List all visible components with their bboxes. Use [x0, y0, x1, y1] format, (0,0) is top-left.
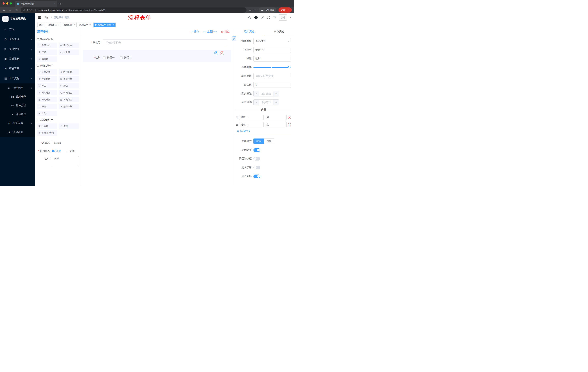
default-value-input[interactable]: [253, 82, 291, 88]
tag-close-icon[interactable]: ×: [113, 23, 114, 26]
avatar[interactable]: [279, 14, 287, 21]
minus-button[interactable]: −: [254, 100, 259, 105]
sidebar-item-payment[interactable]: ¥ 支付管理 ∨: [0, 44, 35, 54]
drag-handle-icon[interactable]: ≣: [236, 123, 238, 126]
sidebar-item-system[interactable]: ⚙ 系统管理 ∨: [0, 34, 35, 44]
avatar-caret-icon[interactable]: ▾: [290, 16, 291, 19]
sidebar-item-process-model[interactable]: ➤ 流程模型: [0, 110, 35, 119]
max-stepper-input[interactable]: [259, 100, 273, 105]
drag-handle-icon[interactable]: ≣: [236, 116, 238, 119]
component-type-select[interactable]: 多选框组 ▾: [253, 38, 291, 44]
status-radio-off[interactable]: 关闭: [66, 149, 74, 153]
browser-menu-icon[interactable]: ⋮: [287, 9, 290, 11]
sidebar-item-process-mgmt[interactable]: ≡ 流程管理 ∧: [0, 83, 35, 93]
palette-item-select[interactable]: ◎下拉选择: [37, 69, 57, 74]
sidebar-item-process-form[interactable]: ▤ 流程表单: [0, 93, 35, 101]
tag-process-definition[interactable]: 流程定义 ×: [46, 22, 61, 27]
browser-tab[interactable]: 芋道管理系统 ×: [15, 1, 57, 7]
plus-button[interactable]: +: [273, 91, 279, 96]
option-2-value-input[interactable]: [265, 122, 286, 128]
show-label-toggle[interactable]: [253, 148, 260, 152]
palette-item-time-picker[interactable]: ◷时间选择: [37, 90, 57, 95]
tag-process-form[interactable]: 流程表单 ×: [78, 22, 92, 27]
sidebar-collapse-icon[interactable]: [38, 16, 42, 19]
fullscreen-icon[interactable]: [267, 16, 270, 19]
tab-close-icon[interactable]: ×: [54, 2, 55, 5]
grid-slider[interactable]: [253, 67, 289, 68]
help-icon[interactable]: ?: [261, 16, 264, 19]
palette-item-single-line-text[interactable]: ▭单行文本: [37, 43, 57, 48]
form-remark-textarea[interactable]: 嘿嘿: [52, 156, 79, 166]
tag-home[interactable]: 首页: [37, 22, 45, 27]
style-button-button[interactable]: 按钮: [264, 138, 274, 144]
tab-form-props[interactable]: 表单属性: [264, 28, 294, 35]
palette-item-time-range[interactable]: ◶时间范围: [59, 90, 79, 95]
selected-field-gender[interactable]: *性别 选项一 选项二: [83, 50, 231, 62]
font-size-icon[interactable]: TT: [273, 16, 276, 19]
tag-close-icon[interactable]: ×: [89, 23, 91, 26]
palette-item-slider[interactable]: ⊷滑块: [59, 83, 79, 88]
palette-item-radio-group[interactable]: ◉单选框组: [37, 76, 57, 82]
window-minimize-button[interactable]: [6, 2, 8, 5]
palette-item-password[interactable]: ✲密码: [37, 50, 57, 55]
new-tab-button[interactable]: +: [59, 2, 61, 6]
plus-button[interactable]: +: [273, 100, 279, 105]
palette-item-upload[interactable]: ☁上传: [37, 111, 57, 116]
tag-process-form-edit[interactable]: 流程表单-编辑 ×: [94, 22, 116, 27]
remove-option-button[interactable]: −: [288, 116, 291, 119]
sidebar-item-user-groups[interactable]: ◎ 用户分组: [0, 101, 35, 110]
option-1-label-input[interactable]: [239, 115, 264, 120]
tab-component-props[interactable]: 组件属性: [234, 28, 264, 35]
palette-item-checkbox-group[interactable]: ☑多选框组: [59, 76, 79, 82]
palette-item-table[interactable]: ▦表格[开发中]: [37, 130, 57, 136]
palette-item-button[interactable]: ☝按钮: [59, 123, 79, 129]
title-input[interactable]: [253, 56, 291, 62]
required-toggle[interactable]: [253, 175, 260, 178]
palette-item-row-container[interactable]: ▣行容器: [37, 123, 57, 129]
password-key-icon[interactable]: [249, 9, 252, 12]
border-toggle[interactable]: [253, 157, 260, 160]
slider-handle[interactable]: [288, 66, 291, 68]
tag-process-model[interactable]: 流程模型 ×: [62, 22, 77, 27]
option-2-label-input[interactable]: [239, 122, 264, 128]
palette-item-textarea[interactable]: ▤多行文本: [59, 43, 79, 48]
field-name-input[interactable]: [253, 47, 291, 53]
copy-field-button[interactable]: [214, 51, 218, 55]
sidebar-item-workflow[interactable]: ◫ 工作流程 ∧: [0, 74, 35, 83]
github-icon[interactable]: [254, 16, 258, 19]
address-bar[interactable]: ⚠ 不安全 | dashboard.yudao.iocoder.cn /bpm/…: [21, 8, 247, 12]
palette-item-editor[interactable]: ✎编辑器: [37, 56, 57, 62]
search-icon[interactable]: [248, 16, 251, 19]
save-button[interactable]: ✓ 保存: [191, 30, 199, 33]
breadcrumb-home[interactable]: 首页: [44, 16, 50, 19]
clear-button[interactable]: 清空: [221, 30, 230, 33]
palette-item-cascader[interactable]: ⋔级联选择: [59, 69, 79, 74]
window-zoom-button[interactable]: [10, 2, 12, 5]
update-button[interactable]: 更新 ⋮: [279, 8, 292, 12]
view-json-button[interactable]: 查看json: [203, 30, 217, 33]
checkbox-option-1[interactable]: 选项一: [103, 56, 115, 59]
bookmark-star-icon[interactable]: ☆: [254, 8, 257, 12]
label-width-input[interactable]: [253, 73, 291, 79]
add-option-button[interactable]: ⊕ 添加选项: [237, 129, 291, 132]
phone-input[interactable]: [103, 39, 227, 46]
palette-item-date-range[interactable]: ▧日期范围: [59, 97, 79, 102]
palette-item-color-picker[interactable]: ◑颜色选择: [59, 104, 79, 109]
tag-close-icon[interactable]: ×: [74, 23, 75, 26]
remove-option-button[interactable]: −: [288, 123, 291, 126]
style-default-button[interactable]: 默认: [253, 138, 264, 144]
window-close-button[interactable]: [2, 2, 5, 5]
form-name-input[interactable]: [52, 140, 79, 146]
minus-button[interactable]: −: [254, 91, 259, 96]
delete-field-button[interactable]: [220, 51, 224, 55]
sidebar-item-infra[interactable]: ▣ 基础设施 ∨: [0, 54, 35, 64]
sidebar-item-task-mgmt[interactable]: ⋔ 任务管理 ∨: [0, 119, 35, 128]
back-button[interactable]: ←: [2, 8, 6, 12]
palette-item-date-picker[interactable]: ▦日期选择: [37, 97, 57, 102]
disabled-toggle[interactable]: [253, 166, 260, 169]
tag-close-icon[interactable]: ×: [58, 23, 59, 26]
doc-link-button[interactable]: [232, 36, 236, 41]
checkbox-option-2[interactable]: 选项二: [120, 56, 132, 59]
sidebar-item-leave-query[interactable]: ♟ 请假查询: [0, 128, 35, 137]
status-radio-on[interactable]: 开启: [52, 149, 61, 153]
